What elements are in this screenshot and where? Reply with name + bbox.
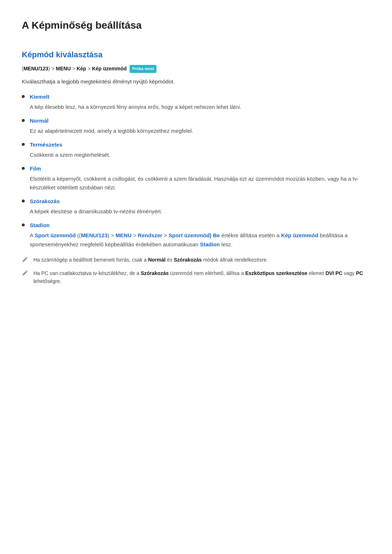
desc-stadion: A Sport üzemmód ((MENU/123) > MENU > Ren… bbox=[30, 231, 370, 249]
breadcrumb-item-1: MENU bbox=[56, 66, 71, 71]
bullet-content-normal: Normál Ez az alapértelmezett mód, amely … bbox=[30, 116, 370, 135]
pencil-icon-2 bbox=[22, 270, 30, 278]
note-text-2: Ha PC van csatlakoztatva tv-készülékhez,… bbox=[33, 269, 370, 286]
list-item: Stadion A Sport üzemmód ((MENU/123) > ME… bbox=[22, 221, 370, 249]
term-stadion: Stadion bbox=[30, 222, 50, 228]
desc-normal: Ez az alapértelmezett mód, amely a legtö… bbox=[30, 127, 370, 135]
pencil-icon-1 bbox=[22, 256, 30, 265]
term-szorakozas: Szórakozás bbox=[30, 198, 60, 204]
bullet-dot bbox=[22, 223, 25, 226]
try-now-badge[interactable]: Próba most bbox=[130, 65, 157, 73]
list-item: Szórakozás A képek élesítése a dinamikus… bbox=[22, 197, 370, 216]
list-item: Film Elsötétíti a képernyőt, csökkenti a… bbox=[22, 164, 370, 192]
breadcrumb-item-2: Kép bbox=[77, 66, 86, 71]
breadcrumb-menu-code: MENU/123 bbox=[24, 66, 48, 71]
list-item: Kiemelt A kép élesebb lesz, ha a környez… bbox=[22, 93, 370, 111]
term-normal: Normál bbox=[30, 118, 49, 124]
bullet-dot bbox=[22, 143, 25, 146]
note-item-2: Ha PC van csatlakoztatva tv-készülékhez,… bbox=[22, 269, 370, 286]
breadcrumb: (MENU/123) > MENU > Kép > Kép üzemmód Pr… bbox=[22, 65, 370, 73]
page-title: A Képminőség beállítása bbox=[22, 17, 370, 34]
note-text-1: Ha számítógép a beállított bemeneti forr… bbox=[33, 256, 268, 264]
note-dvi-bold: DVI PC bbox=[326, 270, 343, 276]
desc-film: Elsötétíti a képernyőt, csökkenti a csil… bbox=[30, 175, 370, 192]
term-film: Film bbox=[30, 165, 41, 172]
note-szorakozas-bold: Szórakozás bbox=[174, 257, 202, 263]
note-normal-bold: Normál bbox=[148, 257, 166, 263]
stadion-sport-uzemmód: Sport üzemmód bbox=[34, 232, 75, 238]
list-item: Természetes Csökkenti a szem megterhelés… bbox=[22, 140, 370, 159]
bullet-content-stadion: Stadion A Sport üzemmód ((MENU/123) > ME… bbox=[30, 221, 370, 249]
stadion-rendszer: Rendszer bbox=[138, 232, 163, 238]
desc-szorakozas: A képek élesítése a dinamikusabb tv-nézé… bbox=[30, 207, 370, 216]
bullet-content-kiemelt: Kiemelt A kép élesebb lesz, ha a környez… bbox=[30, 93, 370, 111]
stadion-sport-be: Sport üzemmód) Be bbox=[168, 232, 220, 238]
bullet-dot bbox=[22, 167, 25, 170]
stadion-kep-uzemmód: Kép üzemmód bbox=[281, 232, 318, 238]
section-title: Képmód kiválasztása bbox=[22, 48, 370, 61]
note-item-1: Ha számítógép a beállított bemeneti forr… bbox=[22, 256, 370, 265]
bullet-dot bbox=[22, 95, 25, 98]
breadcrumb-item-3: Kép üzemmód bbox=[92, 66, 127, 71]
term-kiemelt: Kiemelt bbox=[30, 94, 49, 100]
stadion-menu-code: MENU/123 bbox=[81, 232, 107, 238]
bullet-content-termeszetes: Természetes Csökkenti a szem megterhelés… bbox=[30, 140, 370, 159]
bullet-content-film: Film Elsötétíti a képernyőt, csökkenti a… bbox=[30, 164, 370, 192]
stadion-menu: MENU bbox=[115, 232, 131, 238]
term-termeszetes: Természetes bbox=[30, 141, 62, 148]
bullet-list: Kiemelt A kép élesebb lesz, ha a környez… bbox=[22, 93, 370, 249]
list-item: Normál Ez az alapértelmezett mód, amely … bbox=[22, 116, 370, 135]
desc-kiemelt: A kép élesebb lesz, ha a környezeti fény… bbox=[30, 103, 370, 111]
notes-section: Ha számítógép a beállított bemeneti forr… bbox=[22, 256, 370, 286]
desc-termeszetes: Csökkenti a szem megterhelését. bbox=[30, 151, 370, 159]
note-szorakozas2-bold: Szórakozás bbox=[141, 270, 169, 276]
stadion-label: Stadion bbox=[200, 241, 220, 247]
bullet-content-szorakozas: Szórakozás A képek élesítése a dinamikus… bbox=[30, 197, 370, 216]
bullet-dot bbox=[22, 200, 25, 202]
note-pc-bold: PC bbox=[356, 270, 363, 276]
bullet-dot bbox=[22, 119, 25, 122]
intro-text: Kiválaszthatja a legjobb megtekintési él… bbox=[22, 77, 370, 86]
note-eszkoz-bold: Eszköztípus szerkesztése bbox=[245, 270, 307, 276]
